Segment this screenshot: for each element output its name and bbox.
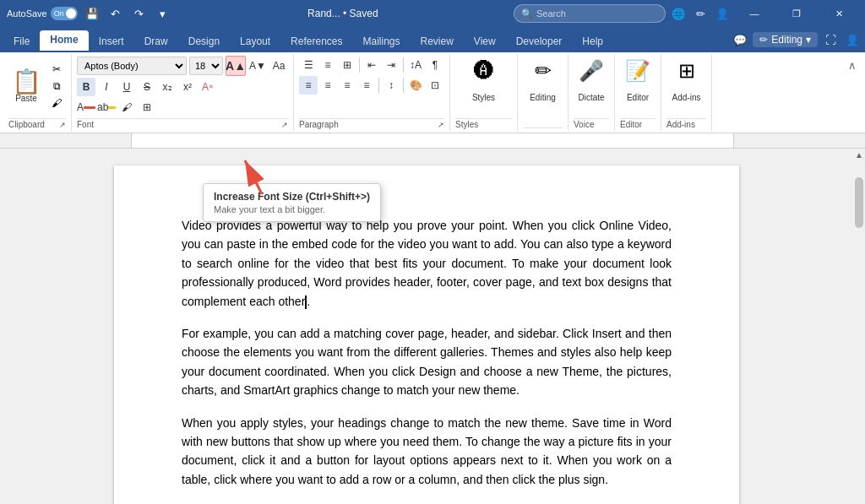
text-highlight-button[interactable]: ab (97, 98, 116, 117)
multilevel-list-button[interactable]: ⊞ (338, 56, 356, 74)
tab-help[interactable]: Help (572, 32, 613, 52)
font-size-select[interactable]: 18 (189, 57, 223, 75)
editing-btn-label: Editing (530, 93, 556, 103)
tab-mailings[interactable]: Mailings (352, 32, 410, 52)
tab-developer[interactable]: Developer (506, 32, 573, 52)
fullscreen-button[interactable]: ⛶ (821, 30, 840, 49)
ribbon: 📋 Paste ✂ ⧉ 🖌 Clipboard ↗ Aptos (Body) (0, 52, 865, 133)
styles-button[interactable]: 🅐 Styles (466, 56, 502, 106)
editor-group-content: 📝 Editor (620, 56, 656, 117)
paste-label: Paste (15, 94, 37, 103)
paragraph-3: When you apply styles, your headings cha… (182, 414, 672, 490)
justify-button[interactable]: ≡ (357, 76, 376, 95)
customize-qat-button[interactable]: ▾ (154, 4, 172, 23)
ribbon-collapse-button[interactable]: ∧ (843, 56, 862, 74)
borders-button[interactable]: ⊞ (138, 98, 156, 117)
document-scroll[interactable]: Video provides a powerful way to help yo… (0, 149, 853, 504)
tab-file[interactable]: File (3, 32, 40, 52)
font-family-select[interactable]: Aptos (Body) (77, 57, 187, 75)
tab-references[interactable]: References (280, 32, 352, 52)
text-cursor (305, 295, 307, 309)
tab-view[interactable]: View (464, 32, 506, 52)
editor-button[interactable]: 📝 Editor (620, 56, 656, 106)
border-para-button[interactable]: ⊡ (426, 76, 444, 95)
editing-label: Editing (771, 34, 802, 46)
align-right-button[interactable]: ≡ (338, 76, 356, 95)
ribbon-group-paragraph: ☰ ≡ ⊞ ⇤ ⇥ ↕A ¶ ≡ ≡ ≡ ≡ ↕ (294, 54, 450, 131)
paragraph-group-content: ☰ ≡ ⊞ ⇤ ⇥ ↕A ¶ ≡ ≡ ≡ ≡ ↕ (299, 56, 444, 117)
superscript-button[interactable]: x² (178, 78, 197, 96)
cut-button[interactable]: ✂ (47, 62, 66, 77)
underline-button[interactable]: U (117, 78, 136, 96)
title-bar-right: 🔍 Search 🌐 ✏ 👤 — ❐ ✕ (514, 0, 858, 27)
editor-section-label: Editor (620, 118, 656, 129)
subscript-button[interactable]: x₂ (158, 78, 177, 96)
vertical-scrollbar[interactable]: ▲ ▼ (853, 149, 865, 504)
dictate-button[interactable]: 🎤 Dictate (574, 56, 609, 106)
ribbon-group-styles: 🅐 Styles Styles (450, 54, 518, 131)
svg-line-1 (245, 160, 262, 194)
editing-chevron-icon: ▾ (806, 34, 811, 46)
editor-btn-label: Editor (627, 93, 649, 103)
account-button[interactable]: 👤 (843, 30, 862, 49)
shading-button[interactable]: 🖌 (117, 98, 136, 117)
document-area: Video provides a powerful way to help yo… (0, 149, 865, 504)
tab-layout[interactable]: Layout (230, 32, 280, 52)
align-center-button[interactable]: ≡ (318, 76, 337, 95)
file-name: Rand... • Saved (172, 8, 514, 19)
editing-button[interactable]: ✏ Editing (525, 56, 561, 106)
tab-review[interactable]: Review (411, 32, 464, 52)
shading-para-button[interactable]: 🎨 (406, 76, 425, 95)
change-case-button[interactable]: Aa (269, 57, 288, 75)
autosave-toggle[interactable]: On (51, 7, 78, 20)
search-bar[interactable]: 🔍 Search (514, 4, 666, 23)
tab-design[interactable]: Design (178, 32, 230, 52)
ruler (0, 133, 865, 149)
decrease-font-size-button[interactable]: A▼ (248, 57, 267, 75)
bullets-button[interactable]: ☰ (299, 56, 318, 74)
increase-font-size-button[interactable]: A▲ (226, 56, 246, 76)
redo-button[interactable]: ↷ (130, 4, 149, 23)
scroll-thumb[interactable] (855, 177, 863, 228)
save-button[interactable]: 💾 (83, 4, 101, 23)
comment-button[interactable]: 💬 (731, 30, 749, 49)
clear-format-button[interactable]: A✕ (199, 78, 217, 96)
clipboard-expand-icon[interactable]: ↗ (59, 121, 66, 129)
align-left-button[interactable]: ≡ (299, 76, 318, 95)
ribbon-group-editing: ✏ Editing (518, 54, 569, 131)
paragraph-row2: ≡ ≡ ≡ ≡ ↕ 🎨 ⊡ (299, 76, 444, 95)
tab-insert[interactable]: Insert (89, 32, 134, 52)
italic-button[interactable]: I (97, 78, 116, 96)
bold-button[interactable]: B (77, 78, 95, 96)
font-expand-icon[interactable]: ↗ (281, 121, 288, 129)
autosave-badge[interactable]: AutoSave On (7, 7, 78, 20)
tab-draw[interactable]: Draw (134, 32, 178, 52)
paste-button[interactable]: 📋 Paste (8, 60, 44, 112)
paragraph-expand-icon[interactable]: ↗ (438, 121, 444, 129)
restore-button[interactable]: ❐ (777, 0, 816, 27)
line-spacing-button[interactable]: ↕ (382, 76, 400, 95)
editing-dropdown[interactable]: ✏ Editing ▾ (753, 32, 818, 47)
pen-icon[interactable]: ✏ (691, 4, 710, 23)
minimize-button[interactable]: — (735, 0, 774, 27)
increase-indent-button[interactable]: ⇥ (382, 56, 400, 74)
numbering-button[interactable]: ≡ (318, 56, 337, 74)
addins-button[interactable]: ⊞ Add-ins (669, 56, 705, 106)
tab-home[interactable]: Home (40, 30, 88, 52)
show-formatting-button[interactable]: ¶ (426, 56, 444, 74)
search-placeholder: Search (536, 8, 566, 19)
decrease-indent-button[interactable]: ⇤ (362, 56, 381, 74)
undo-button[interactable]: ↶ (106, 4, 125, 23)
scroll-up-button[interactable]: ▲ (853, 149, 865, 160)
wifi-icon[interactable]: 🌐 (669, 4, 688, 23)
close-button[interactable]: ✕ (819, 0, 858, 27)
share-icon[interactable]: 👤 (713, 4, 732, 23)
copy-button[interactable]: ⧉ (47, 79, 66, 94)
sort-button[interactable]: ↕A (406, 56, 425, 74)
scroll-track[interactable] (853, 160, 865, 504)
dictate-icon: 🎤 (579, 59, 604, 83)
font-color-button[interactable]: A (77, 98, 95, 117)
styles-icon: 🅐 (474, 59, 494, 83)
strikethrough-button[interactable]: S (138, 78, 156, 96)
format-painter-button[interactable]: 🖌 (47, 95, 66, 111)
